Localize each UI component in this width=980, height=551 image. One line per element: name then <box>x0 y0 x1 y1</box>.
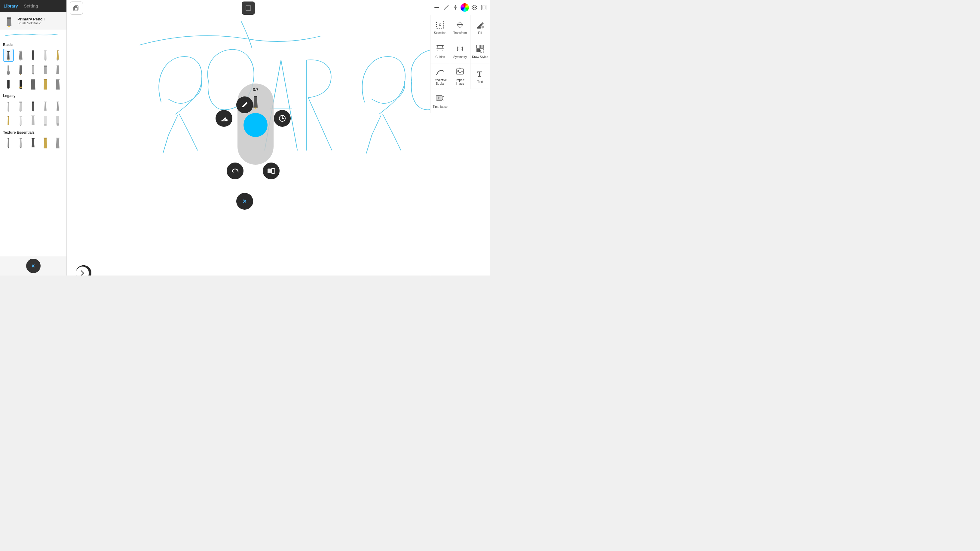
svg-marker-56 <box>8 117 9 125</box>
texture-brush-5[interactable] <box>52 137 63 149</box>
brush-cell-8[interactable] <box>28 63 38 76</box>
library-tab[interactable]: Library <box>3 3 18 8</box>
eyedropper-icon <box>240 101 249 109</box>
legacy-brush-5[interactable] <box>52 100 63 113</box>
brush-cell-2[interactable] <box>15 49 26 62</box>
svg-marker-77 <box>56 138 59 148</box>
tool-draw-styles[interactable]: Draw Styles <box>470 39 490 63</box>
svg-marker-18 <box>57 59 59 61</box>
svg-rect-64 <box>44 124 46 125</box>
predictive-stroke-label: Predictive Stroke <box>432 78 449 86</box>
text-label: Text <box>477 80 483 84</box>
texture-brush-2[interactable] <box>15 137 26 149</box>
tool-selection[interactable]: Selection <box>430 15 450 39</box>
brush-size-picker[interactable]: 3.7 <box>237 84 274 165</box>
legacy-brush-1[interactable] <box>3 100 14 113</box>
legacy-brush-9[interactable] <box>40 114 51 127</box>
setting-tab[interactable]: Setting <box>24 3 38 8</box>
svg-rect-22 <box>19 65 22 66</box>
svg-point-86 <box>242 106 243 107</box>
main-canvas-area[interactable]: 3.7 <box>67 0 430 275</box>
brush-cell-7[interactable] <box>15 63 26 76</box>
legacy-brush-4[interactable] <box>40 100 51 113</box>
brush-scroll-area[interactable]: Basic <box>0 39 67 256</box>
svg-rect-59 <box>19 116 22 117</box>
brush-cell-5[interactable] <box>52 49 63 62</box>
svg-rect-40 <box>44 79 47 79</box>
cancel-button[interactable]: × <box>236 193 253 210</box>
tool-guides[interactable]: Guides <box>430 39 450 63</box>
svg-marker-37 <box>31 79 35 89</box>
legacy-brush-7[interactable] <box>15 114 26 127</box>
copy-btn[interactable] <box>70 2 83 15</box>
brush-color-preview[interactable] <box>243 113 267 137</box>
tool-timelapse[interactable]: Time-lapse <box>430 89 450 113</box>
copy-icon <box>73 5 80 11</box>
brush-cell-3[interactable] <box>28 49 38 62</box>
svg-rect-114 <box>476 49 480 52</box>
tool-predictive-stroke[interactable]: Predictive Stroke <box>430 63 450 89</box>
section-texture-label: Texture Essentials <box>3 130 64 135</box>
brush-cell-4[interactable] <box>40 49 51 62</box>
ruler-icon-button[interactable] <box>442 2 450 13</box>
draw-styles-label: Draw Styles <box>472 55 488 59</box>
forward-arrow-icon <box>78 269 87 275</box>
frame-crop-icon <box>480 4 487 11</box>
brush-cell-10[interactable] <box>52 63 63 76</box>
frame-btn[interactable] <box>242 2 255 15</box>
legacy-brush-10[interactable] <box>52 114 63 127</box>
brush-cell-14[interactable] <box>40 78 51 91</box>
svg-rect-11 <box>32 51 34 51</box>
brush-cell-15[interactable] <box>52 78 63 91</box>
brush-cell-9[interactable] <box>40 63 51 76</box>
svg-rect-90 <box>267 168 271 173</box>
tool-symmetry[interactable]: Symmetry <box>450 39 470 63</box>
texture-brush-4[interactable] <box>40 137 51 149</box>
svg-point-105 <box>439 24 441 25</box>
brush-cell-6[interactable] <box>3 63 14 76</box>
brush-cell-11[interactable] <box>3 78 14 91</box>
text-tool-icon: T <box>475 68 485 79</box>
brush-cell-1[interactable] <box>3 49 14 62</box>
close-icon: × <box>32 263 35 270</box>
svg-text:T: T <box>477 70 482 78</box>
legacy-brush-8[interactable] <box>28 114 38 127</box>
svg-marker-24 <box>32 65 34 74</box>
svg-rect-14 <box>44 51 46 51</box>
brush-cell-12[interactable] <box>15 78 26 91</box>
svg-rect-25 <box>32 65 34 66</box>
close-btn-container: × <box>0 256 67 275</box>
svg-marker-67 <box>8 139 9 147</box>
layers-icon-button[interactable] <box>470 2 478 13</box>
svg-marker-45 <box>8 111 9 112</box>
legacy-brush-6[interactable] <box>3 114 14 127</box>
svg-rect-29 <box>44 66 46 67</box>
svg-rect-109 <box>436 52 444 52</box>
close-button[interactable]: × <box>26 259 41 273</box>
transform-label: Transform <box>453 31 467 35</box>
svg-point-117 <box>458 70 459 71</box>
eyedropper-button[interactable] <box>236 97 253 113</box>
texture-brush-1[interactable] <box>3 137 14 149</box>
tool-fill[interactable]: Fill <box>470 15 490 39</box>
mirror-button[interactable] <box>263 162 280 179</box>
svg-rect-84 <box>254 96 257 97</box>
svg-marker-85 <box>254 108 257 110</box>
fill-button[interactable] <box>216 110 232 127</box>
marker-icon-button[interactable] <box>451 2 459 13</box>
list-icon <box>433 4 440 11</box>
color-wheel-button[interactable] <box>461 2 469 13</box>
tool-import-image[interactable]: Import Image <box>450 63 470 89</box>
svg-rect-32 <box>7 80 10 88</box>
color-swap-button[interactable] <box>274 110 291 127</box>
frame-crop-icon-button[interactable] <box>479 2 488 13</box>
legacy-brush-2[interactable] <box>15 100 26 113</box>
brush-cell-13[interactable] <box>28 78 38 91</box>
legacy-brush-3[interactable] <box>28 100 38 113</box>
list-icon-button[interactable] <box>433 2 441 13</box>
draw-styles-icon <box>475 43 485 54</box>
undo-button[interactable] <box>227 162 243 179</box>
tool-transform[interactable]: Transform <box>450 15 470 39</box>
texture-brush-3[interactable] <box>28 137 38 149</box>
tool-text[interactable]: T Text <box>470 63 490 89</box>
